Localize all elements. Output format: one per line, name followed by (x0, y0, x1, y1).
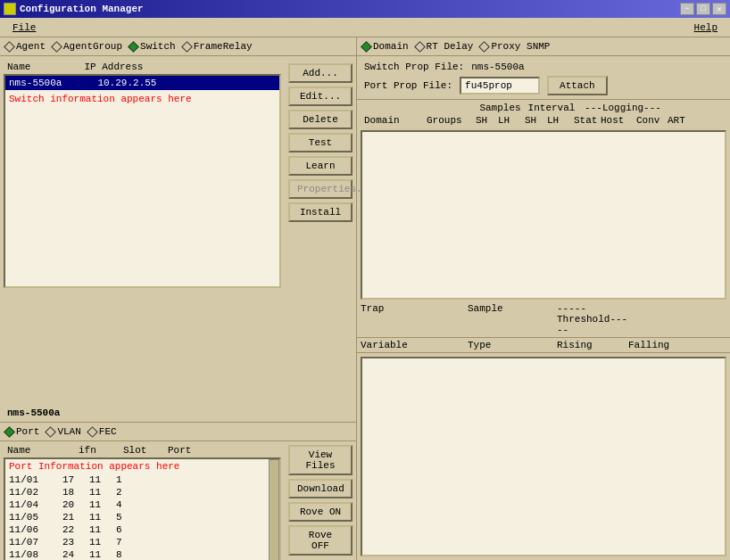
domain-diamond (361, 41, 372, 53)
port-list-area: Name ifn Slot Port Port Information appe… (0, 441, 356, 560)
port-row[interactable]: 11/0521115 (5, 511, 269, 523)
download-button[interactable]: Download (288, 479, 353, 498)
port-col-port: Port (168, 445, 195, 456)
rove-off-button[interactable]: Rove OFF (288, 525, 353, 556)
learn-button[interactable]: Learn (288, 156, 353, 176)
port-col-name: Name (7, 445, 61, 456)
menu-bar: File Help (0, 18, 730, 37)
device-list-area: Name IP Address nms-5500a 10.29.2.55 Swi… (0, 56, 285, 404)
port-prop-input[interactable] (460, 77, 540, 95)
port-list-header: Name ifn Slot Port (4, 443, 281, 457)
trap-subheader: Variable Type Rising Falling (357, 338, 730, 353)
framerelay-diamond (181, 41, 193, 53)
port-row[interactable]: 11/0117111 (5, 474, 269, 486)
left-top-tabs: Agent AgentGroup Switch FrameRelay (0, 37, 356, 56)
selected-switch-label: nms-5500a (0, 404, 356, 422)
port-row[interactable]: 11/0723117 (5, 536, 269, 548)
port-row[interactable]: 11/0420114 (5, 498, 269, 511)
install-button[interactable]: Install (288, 202, 353, 222)
properties-button[interactable]: Properties... (288, 179, 353, 199)
file-menu[interactable]: File (7, 21, 41, 35)
trap-falling-col: Falling (628, 340, 700, 350)
tab-switch[interactable]: Switch (129, 41, 176, 52)
tab-vlan-label: VLAN (57, 426, 80, 437)
vlan-diamond (46, 426, 57, 438)
list-header: Name IP Address (4, 60, 281, 74)
port-row[interactable]: 11/0824118 (5, 548, 269, 560)
test-button[interactable]: Test (288, 133, 353, 152)
port-prop-label: Port Prop File: (364, 80, 452, 91)
port-col-ifn: ifn (79, 445, 105, 456)
col-ip-header: IP Address (84, 62, 143, 72)
fec-diamond (87, 426, 98, 438)
rtdelay-diamond (414, 41, 426, 53)
col-art-sub: ART (668, 115, 694, 126)
device-list[interactable]: nms-5500a 10.29.2.55 Switch information … (4, 74, 281, 288)
port-row[interactable]: 11/0622116 (5, 523, 269, 536)
right-top-section: Switch Prop File: nms-5500a Port Prop Fi… (357, 56, 730, 100)
action-buttons: Add... Edit... Delete Test Learn Propert… (285, 56, 356, 404)
col-groups-sub: Groups (427, 115, 476, 126)
add-button[interactable]: Add... (288, 63, 353, 83)
tab-proxysnmp[interactable]: Proxy SNMP (480, 41, 550, 52)
left-bottom-section: Port VLAN FEC Name ifn Slot Po (0, 422, 356, 560)
domain-table[interactable] (361, 130, 726, 300)
tab-agentgroup-label: AgentGroup (63, 41, 122, 52)
close-button[interactable]: ✕ (712, 3, 726, 15)
tab-agent[interactable]: Agent (5, 41, 46, 52)
tab-domain-label: Domain (373, 41, 409, 52)
proxysnmp-diamond (479, 41, 491, 53)
right-top-tabs: Domain RT Delay Proxy SNMP (357, 37, 730, 56)
maximize-button[interactable]: □ (696, 3, 710, 15)
window-title: Configuration Manager (20, 4, 676, 14)
threshold-label: -----Threshold----- (557, 303, 628, 335)
device-name: nms-5500a (9, 78, 62, 88)
trap-table[interactable] (361, 357, 726, 556)
tab-rtdelay-label: RT Delay (427, 41, 474, 52)
trap-rising-col: Rising (557, 340, 628, 350)
col-domain-sub: Domain (364, 115, 427, 126)
tab-fec[interactable]: FEC (88, 426, 117, 437)
app-icon (4, 3, 16, 15)
agent-diamond (4, 41, 15, 53)
switch-diamond (128, 41, 139, 53)
tab-agentgroup[interactable]: AgentGroup (53, 41, 122, 52)
col-sh-sub: SH (476, 115, 498, 126)
trap-variable-col: Variable (361, 340, 468, 350)
port-list[interactable]: Port Information appears here 11/0117111… (5, 459, 269, 560)
col-lh-interval-sub: LH (547, 115, 574, 126)
port-scrollbar[interactable] (269, 459, 279, 560)
list-item[interactable]: nms-5500a 10.29.2.55 (5, 76, 279, 90)
port-info-text: Port Information appears here (5, 459, 269, 474)
port-prop-row: Port Prop File: Attach (364, 76, 723, 95)
tab-rtdelay[interactable]: RT Delay (416, 41, 474, 52)
agentgroup-diamond (51, 41, 62, 53)
trap-sampletype-col: Type (468, 340, 557, 350)
switch-prop-value: nms-5500a (471, 62, 524, 72)
minimize-button[interactable]: − (680, 3, 694, 15)
col-stat-sub: Stat (574, 115, 601, 126)
rove-on-button[interactable]: Rove ON (288, 502, 353, 522)
tab-port[interactable]: Port (5, 426, 39, 437)
tab-port-label: Port (16, 426, 39, 437)
tab-vlan[interactable]: VLAN (46, 426, 80, 437)
col-name-header: Name (7, 62, 30, 72)
col-interval-header: Interval (525, 103, 578, 113)
attach-button[interactable]: Attach (547, 76, 608, 95)
port-row[interactable]: 11/0218112 (5, 486, 269, 498)
col-domain-header (364, 103, 427, 113)
tab-framerelay[interactable]: FrameRelay (183, 41, 253, 52)
right-bottom-section: Trap Sample -----Threshold----- Variable… (357, 301, 730, 560)
switch-prop-row: Switch Prop File: nms-5500a (364, 62, 723, 72)
table-header-section: Samples Interval ---Logging--- Domain Gr… (357, 100, 730, 128)
left-top-section: Name IP Address nms-5500a 10.29.2.55 Swi… (0, 56, 356, 404)
delete-button[interactable]: Delete (288, 110, 353, 129)
view-files-button[interactable]: View Files (288, 445, 353, 475)
tab-domain[interactable]: Domain (362, 41, 409, 52)
edit-button[interactable]: Edit... (288, 86, 353, 106)
help-menu[interactable]: Help (689, 21, 723, 35)
tab-agent-label: Agent (16, 41, 46, 52)
tab-proxysnmp-label: Proxy SNMP (491, 41, 550, 52)
col-host-sub: Host (601, 115, 636, 126)
col-lh-sub: LH (498, 115, 525, 126)
